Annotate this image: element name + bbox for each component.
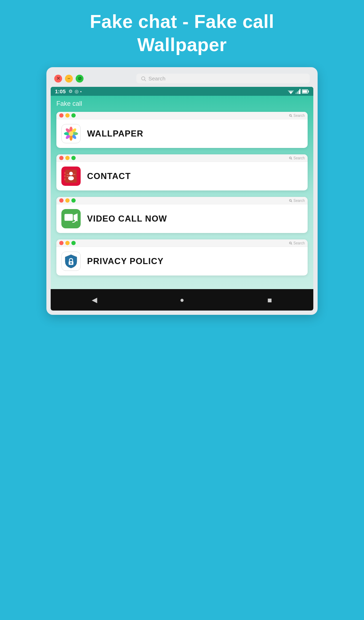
- search-placeholder: Search: [148, 75, 166, 81]
- title-line1: Fake chat - Fake call: [90, 11, 274, 32]
- battery-icon: [302, 89, 309, 94]
- wallpaper-icon: [61, 124, 81, 143]
- card-search: Search: [289, 156, 305, 160]
- status-icons: ⚙ ◎ ▪: [69, 89, 82, 94]
- svg-line-1: [145, 80, 146, 81]
- wallpaper-card[interactable]: Search: [56, 112, 308, 148]
- privacy-label: PRIVACY POLICY: [87, 256, 163, 266]
- signal-icon: [295, 89, 300, 94]
- section-label: Fake call: [56, 100, 308, 108]
- app-content: Fake call Search: [51, 96, 313, 289]
- privacy-card-titlebar: Search: [56, 239, 308, 247]
- card-search: Search: [289, 199, 305, 203]
- svg-point-22: [69, 131, 73, 136]
- search-icon: [141, 76, 146, 81]
- svg-point-33: [289, 199, 291, 201]
- privacy-policy-card[interactable]: Search: [56, 239, 308, 276]
- card-close-icon: [59, 198, 64, 203]
- title-line2: Wallpaper: [137, 34, 227, 55]
- svg-marker-4: [290, 93, 292, 94]
- svg-rect-7: [298, 90, 299, 94]
- svg-point-23: [289, 157, 291, 159]
- privacy-icon: [61, 252, 81, 271]
- card-maximize-icon: [71, 156, 76, 160]
- video-call-card-body: VIDEO CALL NOW: [56, 204, 308, 233]
- svg-point-0: [142, 76, 145, 80]
- svg-line-24: [291, 158, 292, 159]
- svg-rect-31: [64, 175, 66, 177]
- svg-rect-42: [71, 263, 71, 264]
- svg-point-28: [69, 172, 73, 175]
- phone-screen: 1:05 ⚙ ◎ ▪: [51, 87, 313, 311]
- minimize-button[interactable]: −: [65, 75, 73, 83]
- card-minimize-icon: [65, 198, 70, 203]
- card-maximize-icon: [71, 241, 76, 245]
- card-search: Search: [289, 114, 305, 118]
- card-close-icon: [59, 113, 64, 118]
- svg-point-29: [68, 176, 74, 180]
- contact-card-titlebar: Search: [56, 154, 308, 162]
- card-maximize-icon: [71, 113, 76, 118]
- wallpaper-card-titlebar: Search: [56, 112, 308, 119]
- card-close-icon: [59, 156, 64, 160]
- close-button[interactable]: ✕: [54, 75, 62, 83]
- maximize-button[interactable]: ⊘: [76, 75, 84, 83]
- svg-rect-35: [65, 214, 73, 221]
- card-minimize-icon: [65, 241, 70, 245]
- outer-titlebar: ✕ − ⊘ Search: [51, 71, 313, 87]
- home-button[interactable]: ●: [176, 293, 188, 306]
- svg-line-13: [291, 116, 292, 117]
- bottom-nav: ◀ ● ◼: [51, 289, 313, 311]
- video-call-icon: [61, 209, 81, 228]
- svg-line-39: [291, 243, 292, 244]
- svg-rect-32: [64, 178, 66, 180]
- svg-rect-10: [308, 90, 309, 92]
- svg-rect-30: [64, 172, 66, 174]
- page-title: Fake chat - Fake call Wallpaper: [90, 10, 274, 56]
- settings-icon: ⚙: [69, 89, 73, 94]
- svg-rect-8: [299, 89, 300, 94]
- card-minimize-icon: [65, 113, 70, 118]
- device-frame: ✕ − ⊘ Search 1:05 ⚙ ◎ ▪: [46, 67, 318, 315]
- svg-rect-5: [295, 93, 297, 94]
- status-bar: 1:05 ⚙ ◎ ▪: [51, 87, 313, 96]
- location-icon: ◎: [75, 89, 79, 94]
- contact-icon: [61, 167, 81, 186]
- wallpaper-card-body: WALLPAPER: [56, 119, 308, 148]
- contact-card-body: CONTACT: [56, 162, 308, 190]
- svg-line-34: [291, 201, 292, 202]
- card-search: Search: [289, 241, 305, 245]
- svg-rect-6: [297, 91, 298, 94]
- wifi-icon: [288, 89, 294, 94]
- privacy-policy-card-body: PRIVACY POLICY: [56, 247, 308, 276]
- video-call-card[interactable]: Search VIDEO CALL NOW: [56, 197, 308, 233]
- card-maximize-icon: [71, 198, 76, 203]
- contact-label: CONTACT: [87, 171, 131, 181]
- status-time: 1:05: [55, 88, 66, 94]
- contact-card[interactable]: Search: [56, 154, 308, 190]
- recents-button[interactable]: ◼: [263, 293, 276, 306]
- svg-point-38: [289, 242, 291, 244]
- sim-icon: ▪: [80, 89, 82, 94]
- search-bar[interactable]: Search: [136, 74, 310, 83]
- svg-rect-11: [303, 90, 307, 93]
- status-right-icons: [288, 89, 309, 94]
- card-close-icon: [59, 241, 64, 245]
- svg-point-12: [289, 114, 291, 116]
- video-call-label: VIDEO CALL NOW: [87, 214, 167, 224]
- card-minimize-icon: [65, 156, 70, 160]
- video-call-card-titlebar: Search: [56, 197, 308, 204]
- wallpaper-label: WALLPAPER: [87, 129, 143, 139]
- back-button[interactable]: ◀: [88, 293, 101, 306]
